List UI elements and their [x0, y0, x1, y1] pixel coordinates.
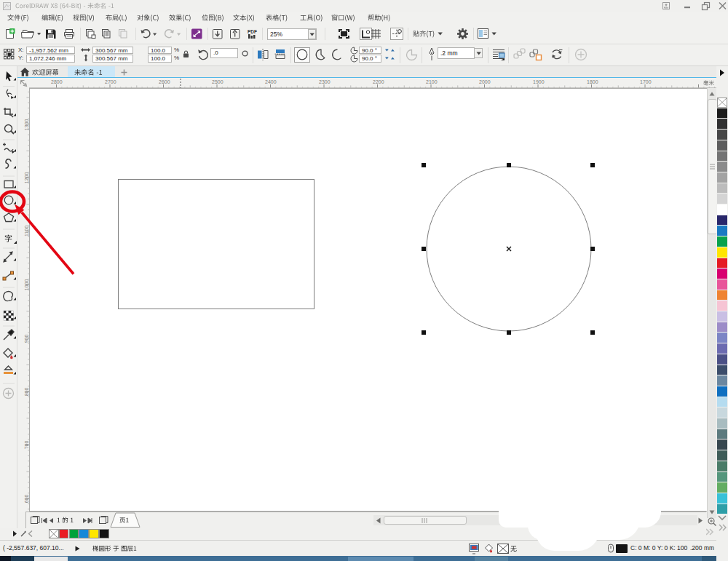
- svg-text:PDF: PDF: [248, 29, 257, 34]
